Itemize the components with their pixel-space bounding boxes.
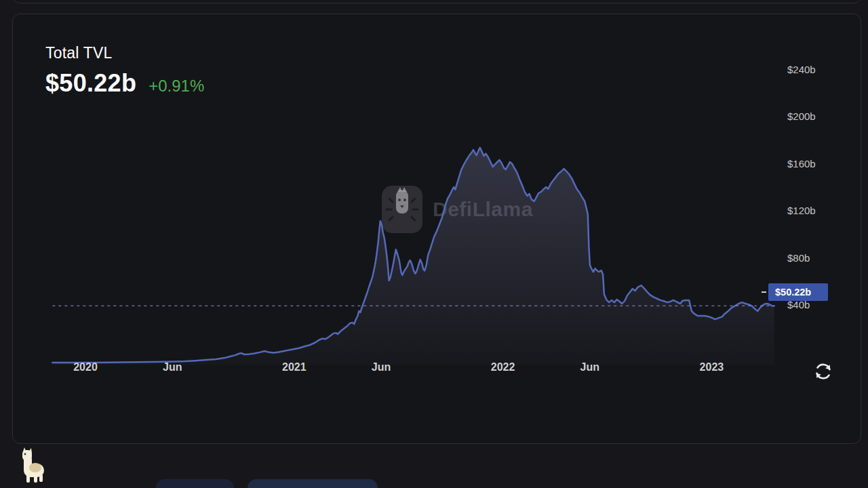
x-tick-label: 2023 [700,361,724,373]
y-tick-label: $240b [775,63,856,75]
y-tick-label: $200b [775,110,856,122]
x-tick-label: Jun [163,361,182,373]
bottom-partial-button-2[interactable] [248,479,378,488]
x-tick-label: 2020 [73,361,98,373]
refresh-icon [813,361,833,382]
current-value-badge-label: $50.22b [775,287,811,298]
x-tick-label: Jun [372,361,391,373]
current-value-badge: $50.22b [768,283,828,301]
y-tick-label: $80b [775,251,856,263]
y-tick-label: $120b [775,205,856,216]
x-tick-label: Jun [580,361,599,373]
previous-card-bottom-edge [12,0,861,3]
bottom-partial-button-1[interactable] [156,479,234,488]
total-tvl-chart-card: Total TVL $50.22b +0.91% [12,14,861,444]
current-value-axis-tick [762,291,766,293]
tvl-area-chart[interactable] [13,14,868,488]
tvl-area-fill [52,148,774,365]
x-tick-label: 2021 [282,361,307,373]
y-tick-label: $160b [775,157,856,169]
x-tick-label: 2022 [491,361,515,373]
refresh-button[interactable] [812,360,835,383]
llama-mascot-icon [18,446,49,484]
